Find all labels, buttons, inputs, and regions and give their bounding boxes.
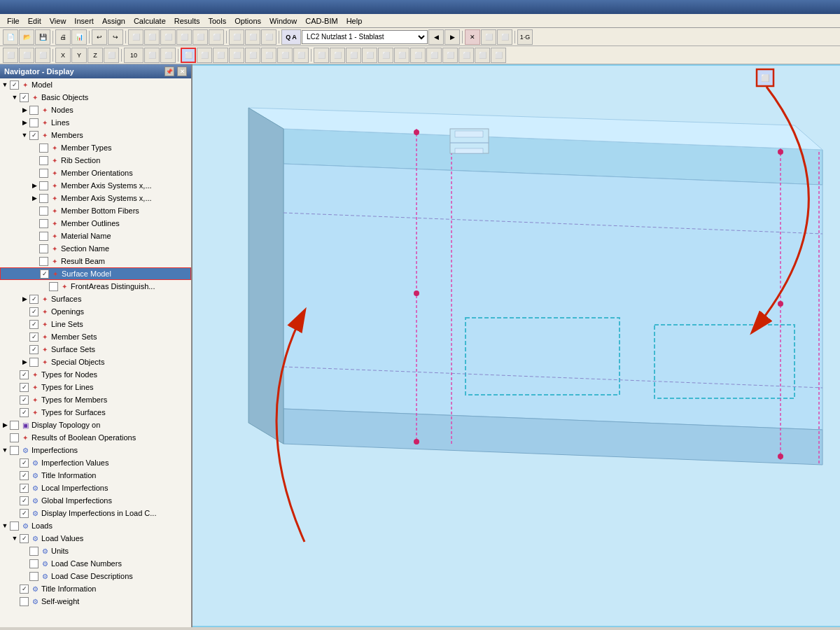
expander-imperfections[interactable]: ▼	[0, 445, 10, 455]
checkbox-global-imperfections[interactable]	[20, 496, 29, 505]
expander-loads[interactable]: ▼	[0, 521, 10, 531]
tb-new[interactable]: 📄	[3, 29, 18, 45]
nav-close[interactable]: ✕	[177, 66, 187, 76]
tree-item-front-areas[interactable]: ✦FrontAreas Distinguish...	[0, 280, 191, 293]
tb-r6[interactable]: ⬜	[160, 48, 176, 63]
checkbox-loads[interactable]	[10, 522, 19, 531]
expander-basic-objects[interactable]: ▼	[10, 92, 20, 102]
tree-item-imperfection-values[interactable]: ⚙Imperfection Values	[0, 456, 191, 469]
menu-item-edit[interactable]: Edit	[24, 15, 46, 27]
tb-r13[interactable]: ⬜	[293, 48, 309, 63]
tb-c3[interactable]: ⬜	[261, 29, 276, 45]
tb-b1[interactable]: ⬜	[128, 29, 144, 45]
tb-b3[interactable]: ⬜	[160, 29, 176, 45]
tb-r7[interactable]: ⬜	[197, 48, 212, 63]
expander-surfaces[interactable]: ▶	[20, 294, 29, 304]
tree-item-result-beam[interactable]: ✦Result Beam	[0, 255, 191, 267]
checkbox-types-for-members[interactable]	[20, 396, 29, 405]
checkbox-self-weight[interactable]	[20, 597, 29, 606]
tb-s5[interactable]: ⬜	[378, 48, 393, 63]
tb-global[interactable]: 1·G	[517, 29, 533, 45]
expander-lines[interactable]: ▶	[20, 118, 29, 127]
expander-member-axis-x1[interactable]: ▶	[29, 181, 39, 190]
tb-x-icon[interactable]: ✕	[465, 29, 480, 45]
tree-item-types-for-lines[interactable]: ✦Types for Lines	[0, 381, 191, 393]
tree-item-boolean-results[interactable]: ✦Results of Boolean Operations	[0, 431, 191, 444]
tb-s10[interactable]: ⬜	[458, 48, 474, 63]
tree-item-display-topology[interactable]: ▶▣Display Topology on	[0, 419, 191, 431]
tb-redo[interactable]: ↪	[108, 29, 123, 45]
tree-item-basic-objects[interactable]: ▼✦Basic Objects	[0, 91, 191, 104]
menu-item-tools[interactable]: Tools	[204, 15, 230, 27]
checkbox-member-bottom-fibers[interactable]	[39, 206, 48, 216]
tb-highlight[interactable]: ⬜	[181, 48, 196, 63]
expander-members[interactable]: ▼	[20, 130, 29, 140]
viewport-3d[interactable]: ⬜	[192, 64, 840, 627]
tb-s11[interactable]: ⬜	[475, 48, 490, 63]
tb-qa[interactable]: Q A	[281, 29, 301, 45]
checkbox-members[interactable]	[29, 131, 38, 140]
menu-item-options[interactable]: Options	[230, 15, 265, 27]
tb-c2[interactable]: ⬜	[245, 29, 260, 45]
expander-special-objects[interactable]: ▶	[20, 357, 29, 367]
tree-item-surface-model[interactable]: ✦Surface Model	[0, 267, 191, 280]
expander-load-values[interactable]: ▼	[10, 533, 20, 543]
tb-b6[interactable]: ⬜	[209, 29, 224, 45]
tb-print[interactable]: 🖨	[55, 29, 71, 45]
tree-item-members[interactable]: ▼✦Members	[0, 129, 191, 141]
checkbox-surface-model[interactable]	[40, 270, 49, 279]
tree-item-member-sets[interactable]: ✦Member Sets	[0, 330, 191, 343]
tb-open[interactable]: 📂	[19, 29, 34, 45]
menu-item-results[interactable]: Results	[170, 15, 204, 27]
tree-item-line-sets[interactable]: ✦Line Sets	[0, 318, 191, 330]
tree-item-imperfections[interactable]: ▼⚙Imperfections	[0, 444, 191, 456]
tree-item-special-objects[interactable]: ▶✦Special Objects	[0, 356, 191, 368]
tb-b4[interactable]: ⬜	[176, 29, 192, 45]
checkbox-display-topology[interactable]	[10, 421, 19, 430]
tb-s8[interactable]: ⬜	[426, 48, 442, 63]
tb-r4[interactable]: ⬜	[104, 48, 119, 63]
tree-item-units[interactable]: ⚙Units	[0, 545, 191, 557]
expander-model[interactable]: ▼	[0, 80, 10, 90]
tree-item-section-name[interactable]: ✦Section Name	[0, 242, 191, 255]
tb-xxx[interactable]: ⬜	[481, 29, 496, 45]
menu-item-view[interactable]: View	[46, 15, 71, 27]
menu-item-window[interactable]: Window	[265, 15, 301, 27]
menu-item-file[interactable]: File	[3, 15, 24, 27]
tb-r1[interactable]: ⬜	[3, 48, 18, 63]
checkbox-types-for-surfaces[interactable]	[20, 408, 29, 417]
tb-print2[interactable]: 📊	[71, 29, 87, 45]
tree-item-surface-sets[interactable]: ✦Surface Sets	[0, 343, 191, 356]
checkbox-imperfections[interactable]	[10, 446, 19, 455]
tree-item-global-imperfections[interactable]: ⚙Global Imperfections	[0, 494, 191, 507]
tb-b5[interactable]: ⬜	[192, 29, 208, 45]
checkbox-title-info-loads[interactable]	[20, 584, 29, 594]
tb-xyz[interactable]: ⬜	[497, 29, 512, 45]
tree-item-model[interactable]: ▼✦Model	[0, 78, 191, 91]
checkbox-local-imperfections[interactable]	[20, 484, 29, 493]
menu-item-insert[interactable]: Insert	[70, 15, 98, 27]
tb-r2[interactable]: ⬜	[19, 48, 34, 63]
tree-item-member-orientations[interactable]: ✦Member Orientations	[0, 167, 191, 179]
expander-display-topology[interactable]: ▶	[0, 420, 10, 430]
tb-r8[interactable]: ⬜	[213, 48, 228, 63]
tb-axis-z[interactable]: Z	[88, 48, 103, 63]
checkbox-load-case-numbers[interactable]	[29, 559, 38, 568]
expander-member-axis-x2[interactable]: ▶	[29, 193, 39, 203]
checkbox-types-for-nodes[interactable]	[20, 370, 29, 379]
tb-s6[interactable]: ⬜	[394, 48, 410, 63]
tree-item-load-case-descriptions[interactable]: ⚙Load Case Descriptions	[0, 570, 191, 582]
tb-s2[interactable]: ⬜	[330, 48, 345, 63]
nav-pin[interactable]: 📌	[164, 66, 174, 76]
checkbox-member-types[interactable]	[39, 144, 48, 153]
tb-b2[interactable]: ⬜	[144, 29, 160, 45]
tb-prev-lc[interactable]: ◀	[428, 29, 444, 45]
checkbox-openings[interactable]	[29, 307, 38, 316]
checkbox-member-outlines[interactable]	[39, 219, 48, 228]
tb-s9[interactable]: ⬜	[442, 48, 458, 63]
tb-s3[interactable]: ⬜	[346, 48, 361, 63]
checkbox-load-case-descriptions[interactable]	[29, 572, 38, 581]
checkbox-load-values[interactable]	[20, 534, 29, 543]
tree-item-material-name[interactable]: ✦Material Name	[0, 230, 191, 242]
checkbox-section-name[interactable]	[39, 244, 48, 253]
